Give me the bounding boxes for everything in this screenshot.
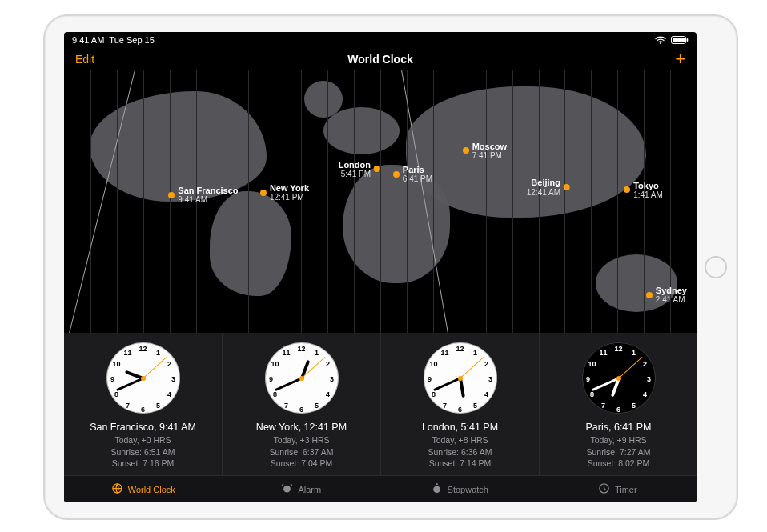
status-bar: 9:41 AM Tue Sep 15 bbox=[64, 32, 697, 48]
pin-city: Beijing bbox=[527, 178, 560, 187]
globe-icon bbox=[111, 482, 123, 496]
map-pin-new-york[interactable]: New York12:41 PM bbox=[260, 183, 309, 202]
pin-time: 12:41 PM bbox=[270, 193, 309, 202]
tab-label: Timer bbox=[615, 485, 637, 494]
svg-point-0 bbox=[660, 42, 661, 44]
svg-rect-7 bbox=[436, 483, 438, 485]
pin-time: 5:41 PM bbox=[339, 170, 371, 178]
status-time: 9:41 AM bbox=[72, 35, 104, 45]
pin-city: Sydney bbox=[656, 286, 687, 295]
svg-rect-2 bbox=[673, 38, 685, 42]
analog-clock: 123456789101112 bbox=[265, 342, 339, 414]
tab-world-clock[interactable]: World Clock bbox=[64, 476, 223, 502]
clock-cell[interactable]: 123456789101112Paris, 6:41 PMToday, +9 H… bbox=[540, 333, 697, 475]
svg-rect-3 bbox=[687, 38, 689, 42]
page-title: World Clock bbox=[64, 53, 697, 66]
analog-clock: 123456789101112 bbox=[424, 342, 497, 414]
pin-time: 9:41 AM bbox=[178, 195, 238, 204]
pin-city: Tokyo bbox=[633, 181, 663, 190]
clock-sunset: Sunset: 7:14 PM bbox=[428, 458, 492, 469]
ipad-frame: 9:41 AM Tue Sep 15 bbox=[43, 14, 738, 520]
map-pin-san-francisco[interactable]: San Francisco9:41 AM bbox=[168, 186, 238, 204]
clock-cell[interactable]: 123456789101112San Francisco, 9:41 AMTod… bbox=[64, 333, 223, 475]
screen: 9:41 AM Tue Sep 15 bbox=[64, 32, 697, 502]
clock-title: New York, 12:41 PM bbox=[256, 422, 347, 433]
pin-time: 1:41 AM bbox=[633, 190, 663, 199]
pin-dot-icon bbox=[168, 192, 175, 198]
clock-sunrise: Sunrise: 6:37 AM bbox=[270, 446, 334, 458]
map-pin-london[interactable]: London5:41 PM bbox=[339, 160, 380, 178]
pin-dot-icon bbox=[374, 166, 380, 172]
clock-offset: Today, +0 HRS bbox=[111, 434, 175, 446]
pin-city: New York bbox=[270, 183, 309, 193]
pin-dot-icon bbox=[260, 190, 267, 196]
map-pin-moscow[interactable]: Moscow7:41 PM bbox=[463, 142, 507, 160]
wifi-icon bbox=[655, 36, 666, 44]
pin-city: San Francisco bbox=[178, 186, 238, 195]
pin-dot-icon bbox=[624, 186, 630, 193]
clock-title: San Francisco, 9:41 AM bbox=[90, 422, 196, 433]
pin-time: 7:41 PM bbox=[472, 151, 507, 160]
clock-sunset: Sunset: 8:02 PM bbox=[587, 458, 651, 469]
tab-timer[interactable]: Timer bbox=[539, 476, 697, 502]
tab-label: Stopwatch bbox=[448, 485, 488, 494]
status-date: Tue Sep 15 bbox=[109, 35, 154, 45]
tab-bar: World ClockAlarmStopwatchTimer bbox=[64, 475, 697, 502]
pin-time: 6:41 PM bbox=[403, 174, 432, 183]
clock-offset: Today, +8 HRS bbox=[428, 434, 492, 446]
home-button[interactable] bbox=[705, 256, 727, 278]
clock-sunset: Sunset: 7:16 PM bbox=[111, 458, 175, 469]
clock-cell[interactable]: 123456789101112New York, 12:41 PMToday, … bbox=[223, 333, 381, 475]
tab-label: Alarm bbox=[298, 485, 321, 494]
clock-strip[interactable]: 123456789101112San Francisco, 9:41 AMTod… bbox=[64, 333, 697, 475]
clock-offset: Today, +9 HRS bbox=[587, 434, 651, 446]
pin-dot-icon bbox=[564, 184, 570, 190]
clock-sunset: Sunset: 7:04 PM bbox=[270, 458, 334, 469]
svg-point-6 bbox=[433, 486, 440, 493]
pin-city: Paris bbox=[403, 165, 432, 174]
clock-sunrise: Sunrise: 6:51 AM bbox=[111, 446, 175, 458]
analog-clock: 123456789101112 bbox=[582, 342, 656, 414]
tab-stopwatch[interactable]: Stopwatch bbox=[380, 476, 539, 502]
clock-sunrise: Sunrise: 6:36 AM bbox=[428, 446, 492, 458]
tab-label: World Clock bbox=[128, 485, 175, 494]
clock-cell[interactable]: 123456789101112London, 5:41 PMToday, +8 … bbox=[381, 333, 540, 475]
svg-point-5 bbox=[284, 486, 291, 493]
clock-offset: Today, +3 HRS bbox=[270, 434, 334, 446]
pin-dot-icon bbox=[463, 147, 469, 154]
stopwatch-icon bbox=[431, 482, 443, 496]
analog-clock: 123456789101112 bbox=[106, 342, 180, 414]
timer-icon bbox=[598, 482, 610, 496]
world-map[interactable]: San Francisco9:41 AMNew York12:41 PMLond… bbox=[64, 70, 697, 333]
clock-title: Paris, 6:41 PM bbox=[586, 422, 652, 433]
map-pin-beijing[interactable]: Beijing12:41 AM bbox=[527, 178, 570, 196]
pin-time: 12:41 AM bbox=[527, 188, 560, 197]
clock-title: London, 5:41 PM bbox=[422, 422, 498, 433]
pin-city: London bbox=[339, 160, 371, 170]
pin-city: Moscow bbox=[472, 142, 507, 151]
clock-sunrise: Sunrise: 7:27 AM bbox=[587, 446, 651, 458]
nav-bar: Edit World Clock + bbox=[64, 48, 697, 70]
pin-dot-icon bbox=[646, 292, 653, 298]
map-pin-paris[interactable]: Paris6:41 PM bbox=[393, 165, 432, 183]
pin-dot-icon bbox=[393, 171, 400, 178]
map-pin-tokyo[interactable]: Tokyo1:41 AM bbox=[624, 181, 663, 199]
battery-icon bbox=[671, 36, 689, 44]
tab-alarm[interactable]: Alarm bbox=[223, 476, 381, 502]
pin-time: 2:41 AM bbox=[656, 295, 687, 304]
map-pin-sydney[interactable]: Sydney2:41 AM bbox=[646, 286, 687, 304]
alarm-icon bbox=[281, 482, 293, 496]
